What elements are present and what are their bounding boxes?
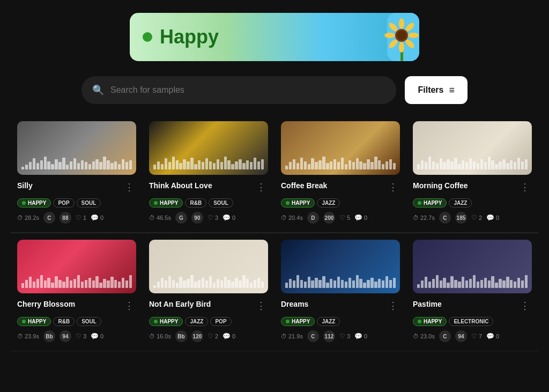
waveform-bar	[95, 276, 98, 288]
svg-point-8	[384, 33, 395, 38]
waveform	[153, 157, 264, 169]
waveform-bar	[473, 275, 476, 288]
waveform-bar	[55, 159, 57, 169]
likes-count: 3	[347, 333, 350, 339]
waveform-bar	[510, 280, 513, 288]
card-meta: ⏱ 28.2s C 88 ♡ 1 💬 0	[17, 212, 136, 224]
duration-value: 20.4s	[288, 215, 303, 221]
bpm-badge: 120	[191, 330, 203, 342]
waveform-bar	[488, 280, 491, 288]
key-badge: Bb	[175, 330, 187, 342]
filters-button[interactable]: Filters ≡	[405, 76, 468, 104]
tag-pop: POP	[210, 317, 231, 326]
card-title: Dreams	[281, 300, 308, 308]
card-thumbnail[interactable]	[149, 121, 268, 175]
waveform-bar	[36, 279, 39, 288]
key-badge: C	[307, 330, 319, 342]
more-options-button[interactable]: ⋮	[254, 180, 268, 194]
waveform-bar	[514, 282, 516, 288]
search-icon: 🔍	[92, 84, 104, 96]
waveform-bar	[308, 277, 310, 288]
waveform-bar	[47, 278, 50, 288]
waveform-bar	[326, 283, 329, 288]
waveform-bar	[289, 279, 292, 288]
tag-happy: HAPPY	[281, 198, 315, 208]
waveform-bar	[114, 161, 117, 169]
more-options-button[interactable]: ⋮	[254, 299, 268, 313]
waveform-bar	[231, 282, 234, 288]
more-options-button[interactable]: ⋮	[122, 299, 136, 313]
more-options-button[interactable]: ⋮	[386, 299, 400, 313]
cards-grid-row1: Silly ⋮ HAPPYPOPSOUL ⏱ 28.2s C 88 ♡ 1 💬 …	[0, 115, 549, 233]
bpm-badge: 185	[455, 212, 467, 224]
waveform-bar	[239, 159, 241, 169]
happy-dot	[418, 320, 421, 323]
waveform-bar	[333, 159, 336, 169]
waveform-bar	[488, 157, 491, 169]
waveform-bar	[36, 163, 39, 169]
waveform-bar	[345, 282, 347, 288]
waveform-bar	[293, 280, 295, 288]
waveform-bar	[202, 162, 204, 169]
more-options-button[interactable]: ⋮	[518, 180, 532, 194]
waveform-bar	[81, 160, 84, 169]
waveform-bar	[385, 276, 388, 288]
comment-icon: 💬	[354, 332, 362, 340]
waveform-bar	[231, 164, 234, 169]
card-header-row: Silly ⋮	[17, 180, 136, 194]
comment-icon: 💬	[91, 332, 99, 340]
waveform-bar	[125, 162, 128, 169]
waveform-bar	[88, 164, 91, 169]
waveform-bar	[367, 280, 369, 288]
more-options-button[interactable]: ⋮	[518, 299, 532, 313]
card-thumbnail[interactable]	[149, 240, 268, 293]
card-thumbnail[interactable]	[413, 240, 532, 293]
waveform-bar	[428, 157, 431, 169]
heart-icon: ♡	[76, 214, 81, 221]
waveform-bar	[417, 284, 420, 288]
card-header-row: Pastime ⋮	[413, 299, 532, 313]
waveform-bar	[92, 280, 95, 288]
waveform-bar	[428, 282, 431, 288]
waveform-bar	[393, 278, 396, 288]
search-input[interactable]	[110, 85, 385, 95]
waveform-bar	[436, 163, 439, 169]
key-badge: G	[175, 212, 187, 224]
waveform-bar	[58, 162, 61, 169]
more-options-button[interactable]: ⋮	[122, 180, 136, 194]
svg-point-11	[397, 31, 406, 40]
comments-item: 💬 0	[222, 214, 235, 221]
search-row: 🔍 Filters ≡	[0, 61, 549, 115]
duration-item: ⏱ 23.0s	[413, 333, 435, 339]
waveform-bar	[103, 279, 106, 288]
waveform-bar	[499, 161, 501, 169]
waveform-bar	[436, 275, 439, 288]
more-options-button[interactable]: ⋮	[386, 180, 400, 194]
duration-item: ⏱ 21.9s	[281, 333, 303, 339]
waveform-bar	[239, 280, 241, 288]
waveform	[153, 275, 264, 288]
card-thumbnail[interactable]	[17, 240, 136, 293]
waveform-bar	[250, 162, 253, 169]
duration-item: ⏱ 46.5s	[149, 215, 171, 221]
happy-dot	[286, 320, 290, 323]
waveform-bar	[315, 278, 317, 288]
waveform-bar	[477, 163, 479, 169]
waveform-bar	[450, 161, 453, 169]
card-thumbnail[interactable]	[17, 121, 136, 175]
waveform-bar	[213, 283, 216, 288]
waveform-bar	[450, 276, 453, 288]
comment-icon: 💬	[222, 214, 231, 221]
waveform-bar	[187, 279, 189, 288]
hero-banner: Happy	[130, 13, 419, 61]
waveform-bar	[70, 161, 72, 169]
card-thumbnail[interactable]	[413, 121, 532, 175]
waveform-bar	[227, 160, 230, 169]
comments-item: 💬 0	[354, 332, 367, 340]
waveform-bar	[44, 280, 47, 288]
waveform-bar	[296, 275, 299, 288]
card-thumbnail[interactable]	[281, 240, 400, 293]
card-thumbnail[interactable]	[281, 121, 400, 175]
waveform-bar	[318, 160, 321, 169]
waveform-bar	[311, 280, 314, 288]
